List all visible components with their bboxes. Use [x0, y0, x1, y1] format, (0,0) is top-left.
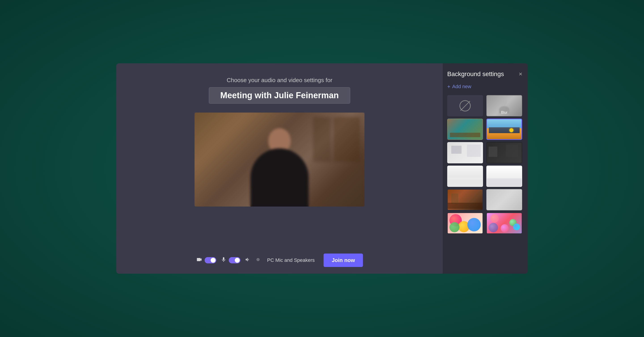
speaker-label: PC Mic and Speakers [267, 257, 315, 263]
camera-toggle[interactable] [204, 257, 216, 263]
camera-control-group [196, 256, 216, 264]
blur-overlay [194, 113, 364, 207]
svg-point-1 [258, 259, 258, 260]
background-grid: Blur [447, 95, 523, 234]
background-option-none[interactable] [447, 95, 483, 116]
background-settings-panel: Background settings × + Add new [443, 63, 528, 274]
background-option-grey[interactable] [486, 189, 522, 210]
noise-suppression-icon[interactable] [245, 257, 251, 264]
panel-title: Background settings [447, 71, 504, 78]
meeting-title: Meeting with Julie Feinerman [209, 87, 350, 104]
mic-toggle[interactable] [229, 257, 240, 263]
meeting-header: Choose your audio and video settings for… [209, 63, 350, 110]
mic-icon [221, 257, 226, 264]
background-option-blur[interactable]: Blur [486, 95, 522, 116]
control-bar: PC Mic and Speakers Join now [116, 253, 443, 267]
mic-control-group [221, 257, 240, 264]
add-new-label: Add new [452, 84, 471, 90]
none-icon [460, 100, 471, 111]
plus-icon: + [447, 84, 450, 90]
background-option-bubbles2[interactable] [486, 213, 522, 234]
background-option-bubbles1[interactable] [447, 213, 483, 234]
speaker-icon [255, 257, 261, 264]
add-new-button[interactable]: + Add new [447, 83, 523, 91]
video-background [194, 113, 364, 207]
close-button[interactable]: × [518, 70, 523, 78]
background-option-white1[interactable] [447, 166, 483, 187]
meeting-subtitle: Choose your audio and video settings for [209, 77, 350, 84]
background-option-white2[interactable] [486, 166, 522, 187]
panel-header: Background settings × [447, 70, 523, 78]
video-preview [194, 113, 364, 207]
background-option-office1[interactable] [447, 119, 483, 140]
background-option-industrial[interactable] [447, 189, 483, 210]
camera-icon [196, 256, 202, 264]
join-button[interactable]: Join now [324, 253, 363, 267]
background-option-city[interactable] [486, 119, 522, 140]
background-option-modern1[interactable] [447, 142, 483, 163]
background-option-modern2[interactable] [486, 142, 522, 163]
blur-label: Blur [501, 111, 507, 114]
meeting-panel: Choose your audio and video settings for… [116, 63, 443, 274]
